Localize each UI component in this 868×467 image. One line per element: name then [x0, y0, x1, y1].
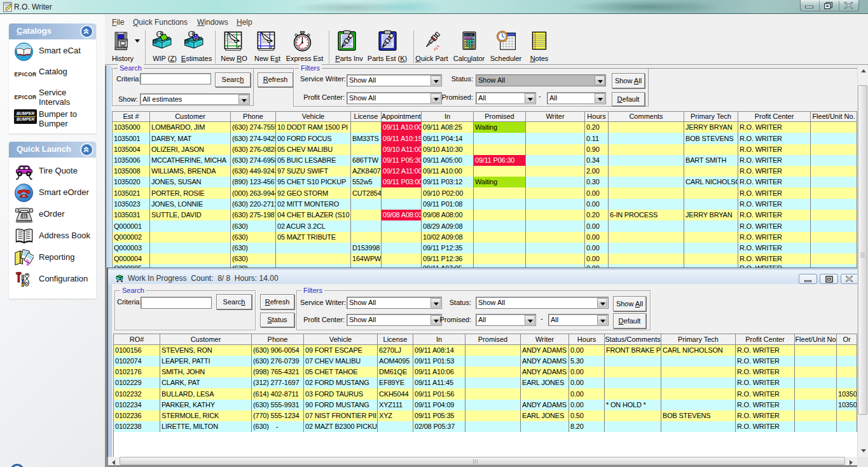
svg-text:317.13: 317.13 [465, 34, 472, 36]
